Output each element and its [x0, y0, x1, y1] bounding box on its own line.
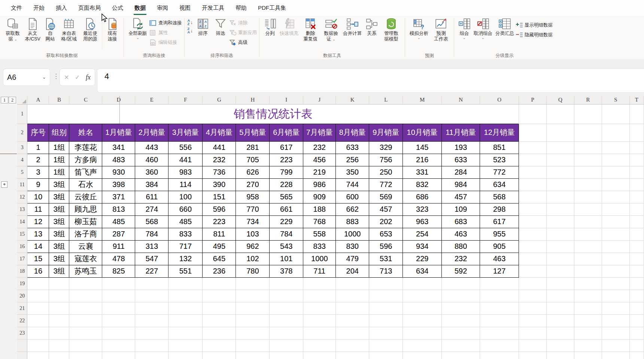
table-cell[interactable]: 3组	[49, 228, 69, 240]
cell[interactable]	[574, 141, 602, 154]
table-cell[interactable]: 298	[480, 203, 519, 215]
table-cell[interactable]: 方多病	[69, 154, 102, 166]
cell[interactable]	[69, 314, 102, 327]
table-cell[interactable]: 236	[203, 265, 236, 277]
table-cell[interactable]: 193	[442, 141, 480, 154]
table-cell[interactable]: 3组	[49, 203, 69, 215]
cell[interactable]	[519, 352, 547, 359]
table-cell[interactable]: 611	[135, 191, 168, 203]
cell[interactable]	[602, 124, 629, 141]
cell[interactable]	[519, 265, 547, 277]
cell[interactable]	[629, 352, 644, 359]
table-cell[interactable]: 600	[336, 191, 369, 203]
cell[interactable]	[69, 352, 102, 359]
enter-icon[interactable]: ✓	[75, 74, 80, 81]
cell[interactable]	[27, 339, 49, 352]
table-cell[interactable]: 1000	[303, 253, 336, 265]
cell[interactable]	[369, 339, 403, 352]
table-cell[interactable]: 565	[270, 191, 303, 203]
select-all-corner[interactable]	[17, 96, 27, 104]
cell[interactable]	[602, 290, 629, 302]
row-header[interactable]	[17, 339, 27, 352]
table-cell[interactable]: 851	[480, 141, 519, 154]
table-cell[interactable]: 398	[102, 178, 135, 191]
cell[interactable]	[236, 277, 270, 290]
table-header-cell[interactable]: 5月销量	[236, 124, 270, 141]
cell[interactable]	[369, 290, 403, 302]
table-cell[interactable]: 274	[135, 203, 168, 215]
table-cell[interactable]: 568	[135, 215, 168, 228]
row-header[interactable]: 16	[17, 240, 27, 253]
cell[interactable]	[574, 240, 602, 253]
table-cell[interactable]: 653	[369, 228, 403, 240]
table-cell[interactable]: 830	[336, 240, 369, 253]
column-header[interactable]: D	[102, 96, 135, 104]
column-header[interactable]: J	[303, 96, 336, 104]
table-cell[interactable]: 柳玉茹	[69, 215, 102, 228]
cell[interactable]	[270, 314, 303, 327]
table-cell[interactable]: 109	[442, 203, 480, 215]
cell[interactable]	[602, 191, 629, 203]
cell[interactable]	[547, 302, 574, 314]
table-cell[interactable]: 813	[102, 203, 135, 215]
cell[interactable]	[519, 327, 547, 339]
cell[interactable]	[602, 203, 629, 215]
table-header-cell[interactable]: 7月销量	[303, 124, 336, 141]
table-cell[interactable]: 963	[403, 215, 442, 228]
cell[interactable]	[574, 124, 602, 141]
queries-connections-button[interactable]: 查询和连接	[149, 18, 182, 28]
cell[interactable]	[519, 215, 547, 228]
table-cell[interactable]: 219	[303, 166, 336, 178]
cell[interactable]	[102, 352, 135, 359]
cell[interactable]	[629, 124, 644, 141]
table-cell[interactable]: 825	[102, 265, 135, 277]
column-header[interactable]: O	[480, 96, 519, 104]
table-cell[interactable]: 3	[27, 166, 49, 178]
column-header[interactable]: P	[519, 96, 547, 104]
table-cell[interactable]: 16	[27, 265, 49, 277]
cell[interactable]	[629, 166, 644, 178]
table-cell[interactable]: 883	[336, 215, 369, 228]
cell[interactable]	[547, 191, 574, 203]
cell[interactable]	[336, 327, 369, 339]
cell[interactable]	[203, 290, 236, 302]
table-cell[interactable]: 313	[135, 240, 168, 253]
tab-formulas[interactable]: 公式	[106, 0, 129, 16]
table-cell[interactable]: 3组	[49, 240, 69, 253]
cell[interactable]	[480, 339, 519, 352]
row-header[interactable]: 17	[17, 253, 27, 265]
cell[interactable]	[547, 154, 574, 166]
cell[interactable]	[602, 215, 629, 228]
cell[interactable]	[519, 253, 547, 265]
cell[interactable]	[442, 314, 480, 327]
row-header[interactable]: 22	[17, 314, 27, 327]
column-header[interactable]: M	[403, 96, 442, 104]
cell[interactable]	[102, 314, 135, 327]
table-cell[interactable]: 772	[480, 166, 519, 178]
cell[interactable]	[69, 290, 102, 302]
table-cell[interactable]: 626	[236, 166, 270, 178]
cell[interactable]	[519, 154, 547, 166]
outline-expand-button[interactable]: +	[1, 181, 7, 188]
column-header[interactable]: R	[574, 96, 602, 104]
column-header[interactable]: F	[168, 96, 203, 104]
cell[interactable]	[49, 290, 69, 302]
cell[interactable]	[629, 178, 644, 191]
name-box[interactable]: A6 ⌄	[3, 69, 50, 85]
cell[interactable]	[480, 277, 519, 290]
table-cell[interactable]: 443	[135, 141, 168, 154]
cell[interactable]	[442, 352, 480, 359]
cell[interactable]	[629, 327, 644, 339]
group-button[interactable]: 组合 ⌄	[456, 16, 472, 40]
table-cell[interactable]: 463	[442, 228, 480, 240]
row-header[interactable]: 13	[17, 203, 27, 215]
table-cell[interactable]: 463	[480, 253, 519, 265]
cell[interactable]	[270, 339, 303, 352]
cell[interactable]	[602, 352, 629, 359]
cell[interactable]	[135, 290, 168, 302]
row-header[interactable]: 19	[17, 277, 27, 290]
cell[interactable]	[303, 277, 336, 290]
from-web-button[interactable]: 自 网站	[42, 16, 58, 42]
table-cell[interactable]: 756	[369, 154, 403, 166]
table-cell[interactable]: 569	[369, 191, 403, 203]
